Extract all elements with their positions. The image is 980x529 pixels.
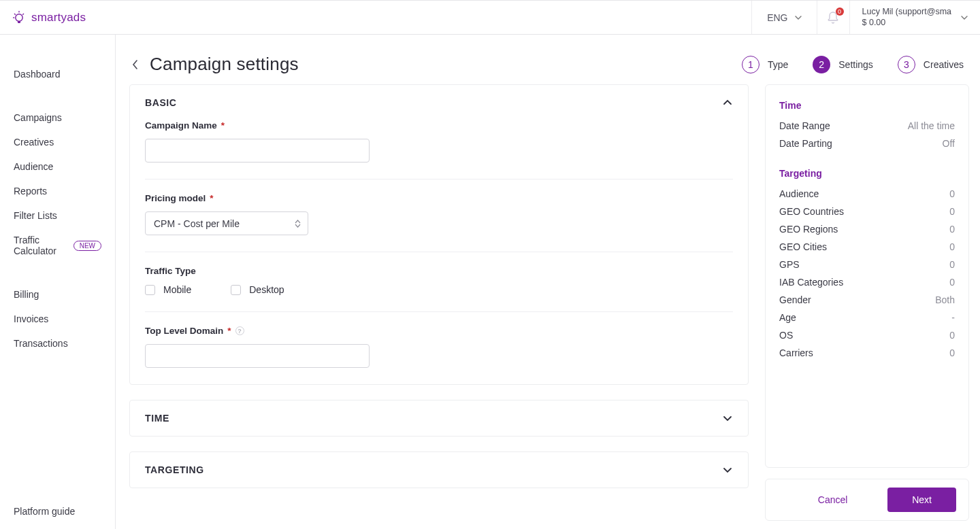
card-header-time[interactable]: TIME [130,400,748,436]
summary-row: GEO Cities0 [779,241,955,252]
main-area: Campaign settings 1 Type 2 Settings 3 Cr… [116,35,980,529]
required-star-icon: * [221,120,225,131]
page-header: Campaign settings 1 Type 2 Settings 3 Cr… [116,35,980,80]
brand-name: smartyads [31,11,86,24]
required-star-icon: * [210,193,213,203]
label-pricing-model: Pricing model * [145,193,733,203]
card-header-basic[interactable]: BASIC [130,85,748,120]
required-star-icon: * [227,326,231,336]
sidebar-item-platform-guide[interactable]: Platform guide [0,494,115,529]
summary-row: Carriers0 [779,347,955,358]
label-top-level-domain: Top Level Domain * ? [145,326,733,336]
summary-row: Age- [779,312,955,323]
card-header-targeting[interactable]: TARGETING [130,452,748,488]
svg-point-0 [16,14,22,20]
summary-row: Date Range All the time [779,120,955,131]
campaign-name-input[interactable] [145,139,370,163]
sidebar-item-traffic-calculator[interactable]: Traffic Calculator NEW [0,228,115,263]
card-title: TARGETING [145,464,204,475]
divider [145,252,733,252]
step-settings[interactable]: 2 Settings [813,56,873,73]
top-bar: smartyads ENG 0 Lucy Mil (support@sma $ … [0,0,980,35]
sidebar-item-audience[interactable]: Audience [0,154,115,179]
select-arrows-icon [295,220,301,228]
stepper: 1 Type 2 Settings 3 Creatives [742,56,964,73]
card-title: BASIC [145,97,177,108]
notifications-button[interactable]: 0 [817,1,849,34]
language-label: ENG [767,12,787,23]
summary-section-targeting: Targeting [779,168,955,179]
summary-row: Audience0 [779,188,955,199]
summary-row: GPS0 [779,259,955,270]
back-button[interactable] [129,58,142,71]
new-badge: NEW [74,241,101,251]
sidebar-item-billing[interactable]: Billing [0,282,115,307]
cancel-button[interactable]: Cancel [778,488,887,512]
svg-line-3 [22,14,24,15]
user-name: Lucy Mil (support@sma [862,7,951,18]
top-level-domain-input[interactable] [145,344,370,368]
label-campaign-name: Campaign Name * [145,120,733,131]
summary-row: GenderBoth [779,294,955,305]
sidebar-item-dashboard[interactable]: Dashboard [0,62,115,86]
divider [145,179,733,180]
sidebar-item-invoices[interactable]: Invoices [0,307,115,331]
summary-card: Time Date Range All the time Date Partin… [765,84,969,468]
select-value: CPM - Cost per Mile [154,218,295,229]
lightbulb-icon [12,10,26,25]
user-balance: $ 0.00 [862,18,951,29]
svg-line-2 [14,14,16,15]
sidebar: Dashboard Campaigns Creatives Audience R… [0,35,116,529]
brand-logo[interactable]: smartyads [0,10,116,25]
divider [145,311,733,312]
summary-column: Time Date Range All the time Date Partin… [765,84,969,529]
chevron-down-icon [722,413,733,424]
summary-row: IAB Categories0 [779,277,955,288]
next-button[interactable]: Next [887,488,956,512]
step-number: 2 [813,56,830,73]
sidebar-item-reports[interactable]: Reports [0,179,115,203]
sidebar-item-creatives[interactable]: Creatives [0,130,115,154]
summary-row: Date Parting Off [779,138,955,149]
summary-row: OS0 [779,330,955,341]
step-creatives[interactable]: 3 Creatives [898,56,964,73]
card-basic: BASIC Campaign Name * Pricin [129,84,749,385]
action-bar: Cancel Next [765,479,969,521]
label-traffic-type: Traffic Type [145,266,733,276]
form-column[interactable]: BASIC Campaign Name * Pricin [129,84,753,529]
step-label: Settings [838,59,873,70]
step-label: Type [768,59,788,70]
page-title: Campaign settings [150,54,299,75]
card-targeting: TARGETING [129,451,749,488]
sidebar-item-transactions[interactable]: Transactions [0,331,115,356]
user-menu[interactable]: Lucy Mil (support@sma $ 0.00 [849,1,980,34]
chevron-down-icon [795,14,802,21]
chevron-down-icon [961,14,968,21]
checkbox-desktop[interactable]: Desktop [231,284,284,295]
summary-section-time: Time [779,100,955,111]
svg-rect-5 [18,21,20,23]
step-number: 3 [898,56,915,73]
summary-row: GEO Countries0 [779,206,955,217]
checkbox-icon [145,285,155,295]
language-selector[interactable]: ENG [751,1,816,34]
sidebar-item-campaigns[interactable]: Campaigns [0,105,115,130]
step-number: 1 [742,56,760,73]
chevron-down-icon [722,464,733,475]
chevron-up-icon [722,97,733,108]
notification-badge: 0 [836,7,844,16]
step-type[interactable]: 1 Type [742,56,788,73]
summary-row: GEO Regions0 [779,224,955,235]
step-label: Creatives [924,59,964,70]
checkbox-mobile[interactable]: Mobile [145,284,191,295]
sidebar-item-filter-lists[interactable]: Filter Lists [0,203,115,228]
checkbox-icon [231,285,241,295]
info-icon[interactable]: ? [235,326,244,335]
pricing-model-select[interactable]: CPM - Cost per Mile [145,211,308,235]
card-time: TIME [129,400,749,437]
card-title: TIME [145,413,169,424]
